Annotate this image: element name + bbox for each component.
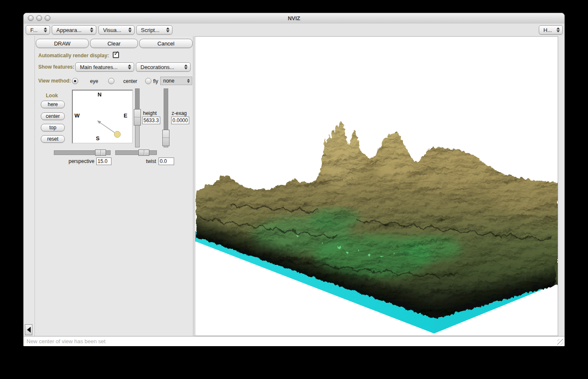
view-method-eye-label[interactable]: eye (90, 78, 98, 84)
zexag-input[interactable] (171, 117, 189, 124)
look-top-button[interactable]: top (41, 124, 65, 131)
appearance-menu[interactable]: Appeara... (52, 25, 96, 35)
menu-stepper-icon (90, 27, 93, 32)
terrain-surface (195, 106, 558, 320)
perspective-input[interactable] (96, 157, 111, 165)
cancel-button-label: Cancel (157, 40, 174, 47)
decorations-dropdown-label: Decorations... (140, 64, 181, 70)
twist-slider-thumb[interactable] (138, 149, 149, 156)
terrain-3d-render (195, 37, 558, 336)
checkmark-icon: ✓ (114, 49, 119, 57)
scripting-menu[interactable]: Script... (136, 25, 172, 35)
control-panel: DRAW Clear Cancel Automatically render d… (35, 36, 193, 336)
viewport-right-margin (558, 36, 564, 336)
dropdown-stepper-icon (128, 64, 131, 69)
render-viewport[interactable] (195, 36, 558, 336)
window-titlebar: NVIZ (24, 13, 564, 24)
height-slider[interactable] (135, 88, 140, 147)
look-center-label: center (46, 113, 60, 119)
draw-button-label: DRAW (54, 40, 70, 47)
view-position-compass[interactable]: N W E S (72, 90, 133, 144)
menu-stepper-icon (166, 27, 170, 32)
main-features-dropdown[interactable]: Main features... (75, 62, 134, 72)
view-method-eye-radio[interactable] (72, 78, 78, 84)
fly-mode-dropdown[interactable]: none (160, 77, 192, 85)
menu-stepper-icon (556, 27, 560, 32)
draw-button[interactable]: DRAW (36, 39, 89, 48)
clear-button-label: Clear (107, 40, 120, 47)
show-features-label: Show features: (38, 64, 74, 70)
help-menu-label: H... (543, 27, 553, 33)
nviz-window: NVIZ F... Appeara... Visua... Script... … (23, 13, 565, 346)
look-here-label: here (48, 101, 58, 107)
view-method-label: View method: (38, 78, 71, 84)
fly-mode-dropdown-label: none (163, 78, 175, 84)
dropdown-stepper-icon (184, 64, 188, 69)
look-center-button[interactable]: center (41, 112, 65, 120)
perspective-slider[interactable] (54, 150, 111, 155)
help-menu[interactable]: H... (539, 25, 563, 35)
panel-collapse-strip (24, 36, 35, 336)
view-direction-arrow (73, 91, 132, 143)
twist-slider[interactable] (115, 150, 157, 155)
view-method-fly-radio[interactable] (145, 78, 151, 84)
appearance-menu-label: Appeara... (56, 27, 87, 33)
file-menu[interactable]: F... (26, 25, 50, 35)
auto-render-checkbox[interactable]: ✓ (113, 52, 119, 58)
zexag-label: z-exag (172, 110, 187, 116)
dropdown-stepper-icon (187, 79, 190, 83)
menu-bar: F... Appeara... Visua... Script... H... (24, 24, 564, 37)
perspective-label: perspective (69, 158, 94, 164)
zexag-slider-thumb[interactable] (162, 130, 170, 146)
main-features-dropdown-label: Main features... (80, 64, 124, 70)
height-label: height (143, 110, 157, 116)
zexag-slider[interactable] (164, 88, 169, 147)
status-message: New center of view has been set (26, 336, 106, 346)
look-here-button[interactable]: here (41, 101, 65, 108)
perspective-slider-thumb[interactable] (95, 149, 106, 156)
menu-stepper-icon (44, 27, 47, 32)
twist-slider-trough[interactable] (115, 150, 157, 155)
collapse-panel-button[interactable] (25, 324, 32, 335)
eye-position-puck[interactable] (114, 131, 121, 138)
cancel-button[interactable]: Cancel (139, 39, 193, 48)
height-slider-thumb[interactable] (134, 109, 141, 125)
look-label: Look (46, 93, 58, 99)
decorations-dropdown[interactable]: Decorations... (136, 62, 191, 72)
height-input[interactable] (142, 117, 160, 124)
view-method-center-label[interactable]: center (123, 78, 137, 84)
visualize-menu[interactable]: Visua... (98, 25, 135, 35)
clear-button[interactable]: Clear (90, 39, 138, 48)
window-content: DRAW Clear Cancel Automatically render d… (24, 36, 564, 336)
left-arrow-icon (27, 327, 31, 333)
look-top-label: top (49, 125, 56, 131)
window-title: NVIZ (24, 13, 564, 24)
visualize-menu-label: Visua... (103, 27, 125, 33)
file-menu-label: F... (30, 27, 40, 33)
scripting-menu-label: Script... (141, 27, 163, 33)
look-reset-label: reset (47, 136, 58, 142)
menu-stepper-icon (128, 27, 132, 32)
look-reset-button[interactable]: reset (41, 135, 65, 143)
view-method-fly-label[interactable]: fly (153, 78, 158, 84)
auto-render-label: Automatically render display: (38, 53, 109, 59)
twist-input[interactable] (159, 157, 174, 165)
twist-label: twist (146, 158, 156, 164)
view-method-center-radio[interactable] (108, 78, 114, 84)
resize-grip[interactable] (557, 339, 563, 345)
status-bar: New center of view has been set (24, 336, 564, 346)
